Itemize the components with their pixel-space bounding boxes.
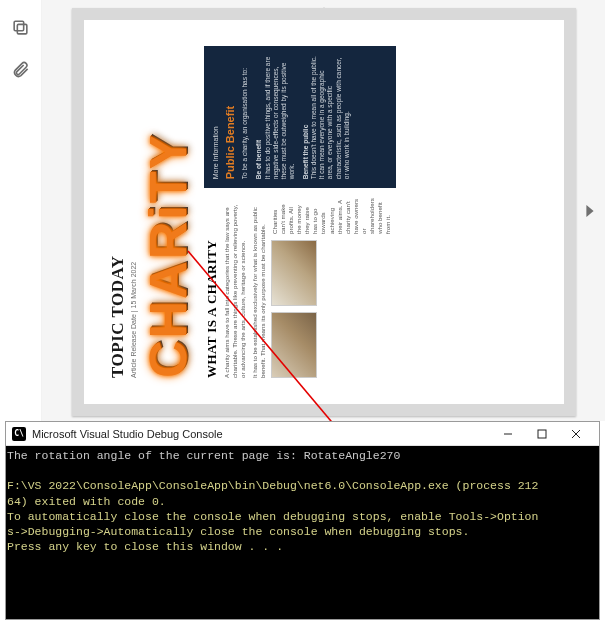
page-title: TOPIC TODAY (108, 46, 128, 378)
document-page: TOPIC TODAY Article Release Date | 15 Ma… (72, 8, 576, 416)
article-photo (271, 240, 317, 306)
article-photo (271, 312, 317, 378)
body-text: Charities can't make profits. All the mo… (271, 198, 392, 234)
release-date: Article Release Date | 15 March 2022 (130, 46, 137, 378)
panel-bullet-text: It has to do positive things, and if the… (263, 55, 296, 179)
svg-rect-1 (14, 21, 24, 31)
console-title: Microsoft Visual Studio Debug Console (32, 428, 491, 440)
console-line: s->Debugging->Automatically close the co… (7, 525, 469, 538)
console-line: Press any key to close this window . . . (7, 540, 283, 553)
panel-title: Public Benefit (223, 55, 237, 179)
svg-rect-0 (17, 24, 26, 33)
console-line: F:\VS 2022\ConsoleApp\ConsoleApp\bin\Deb… (7, 479, 538, 492)
panel-subtitle: To be a charity, an organisation has to: (241, 55, 249, 179)
close-button[interactable] (559, 423, 593, 445)
debug-console-window: C\ Microsoft Visual Studio Debug Console… (5, 421, 600, 620)
copy-icon[interactable] (11, 18, 30, 37)
document-viewer-region: TOPIC TODAY Article Release Date | 15 Ma… (0, 0, 605, 421)
attachment-icon[interactable] (11, 59, 30, 78)
section-heading: WHAT IS A CHARITY (203, 198, 219, 378)
page-viewport[interactable]: TOPIC TODAY Article Release Date | 15 Ma… (42, 0, 605, 421)
panel-kicker: More Information (211, 55, 220, 179)
body-text: A charity aims have to fall into categor… (222, 198, 246, 378)
console-output[interactable]: The rotation angle of the current page i… (6, 446, 599, 619)
viewer-sidebar (0, 0, 42, 421)
svg-rect-3 (538, 430, 546, 438)
panel-bullet-heading: Benefit the public (302, 55, 310, 179)
console-app-icon: C\ (12, 427, 26, 441)
panel-bullet-heading: Be of benefit (255, 55, 263, 179)
charity-headline: CHARiTY (145, 46, 192, 378)
minimize-button[interactable] (491, 423, 525, 445)
console-line: To automatically close the console when … (7, 510, 538, 523)
body-text: It has to be established exclusively for… (250, 198, 266, 378)
console-line: 64) exited with code 0. (7, 495, 166, 508)
maximize-button[interactable] (525, 423, 559, 445)
scroll-right-button[interactable] (581, 202, 599, 220)
info-panel: More Information Public Benefit To be a … (203, 46, 395, 188)
console-titlebar[interactable]: C\ Microsoft Visual Studio Debug Console (6, 422, 599, 446)
console-line: The rotation angle of the current page i… (7, 449, 400, 462)
panel-bullet-text: This doesn't have to mean all of the pub… (310, 55, 351, 179)
